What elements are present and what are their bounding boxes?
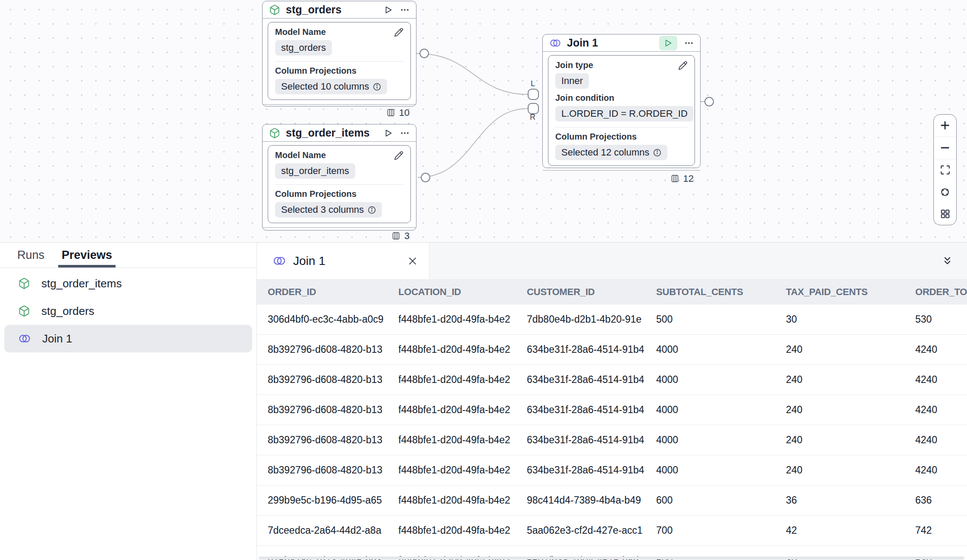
table-cell: 240 (775, 434, 904, 446)
model-name-pill[interactable]: stg_order_items (275, 163, 355, 179)
edge-layer (0, 0, 967, 243)
node-stg-order-items[interactable]: stg_order_items Model Name (262, 124, 416, 230)
bottom-panel: Runs Previews stg_order_items stg_orders (0, 243, 967, 560)
model-name-pill[interactable]: stg_orders (275, 40, 332, 56)
column-projections-pill[interactable]: Selected 10 columns (275, 79, 387, 94)
edit-pencil-icon[interactable] (394, 28, 404, 37)
column-header: ORDER_ID (257, 286, 388, 298)
locate-button[interactable] (934, 181, 956, 203)
node-footer: 10 (263, 104, 416, 121)
table-cell: f448bfe1-d20d-49fa-b4e2 (388, 314, 516, 325)
column-projections-pill[interactable]: Selected 3 columns (275, 202, 382, 218)
table-cell: 500 (645, 314, 775, 325)
columns-count-icon (386, 108, 395, 117)
collapse-panel-icon[interactable] (942, 255, 953, 267)
mini-map-button[interactable] (934, 203, 956, 225)
table-row[interactable]: 306d4bf0-ec3c-4abb-a0c9f448bfe1-d20d-49f… (257, 305, 967, 335)
column-header: ORDER_TOTA (904, 286, 967, 298)
join-type-pill[interactable]: Inner (555, 73, 589, 89)
table-cell: f448bfe1-d20d-49fa-b4e2 (388, 404, 516, 416)
column-projections-pill[interactable]: Selected 12 columns (555, 145, 667, 160)
port-join-left-input[interactable] (528, 89, 539, 100)
port-stg-order-items-output[interactable] (421, 173, 430, 182)
sidebar-item-stg-order-items[interactable]: stg_order_items (4, 270, 252, 297)
preview-table-body: 306d4bf0-ec3c-4abb-a0c9f448bfe1-d20d-49f… (257, 305, 967, 560)
table-row[interactable]: 8b392796-d608-4820-b13f448bfe1-d20d-49fa… (257, 365, 967, 395)
run-node-button[interactable] (384, 128, 393, 138)
table-cell: 8b392796-d608-4820-b13 (257, 374, 388, 386)
port-label-left: L (531, 79, 535, 88)
sidebar-item-join-1[interactable]: Join 1 (4, 325, 252, 352)
table-row[interactable]: 8b392796-d608-4820-b13f448bfe1-d20d-49fa… (257, 395, 967, 425)
table-cell: 240 (775, 344, 904, 355)
close-icon[interactable] (407, 256, 418, 266)
preview-tabstrip: Join 1 (257, 243, 967, 279)
port-label-right: R (530, 113, 535, 122)
table-cell: 530 (904, 314, 967, 325)
node-menu-button[interactable] (400, 5, 410, 15)
column-header: SUBTOTAL_CENTS (645, 286, 775, 298)
column-count: 3 (404, 230, 410, 242)
zoom-in-button[interactable] (934, 115, 956, 137)
run-node-button[interactable] (659, 36, 677, 50)
info-icon[interactable] (368, 206, 376, 214)
table-row[interactable]: 299b9e5c-b196-4d95-a65f448bfe1-d20d-49fa… (257, 485, 967, 516)
tab-previews[interactable]: Previews (58, 243, 116, 268)
edit-pencil-icon[interactable] (678, 61, 688, 70)
node-config-card: Model Name stg_order_items Column Projec… (268, 145, 411, 223)
info-icon[interactable] (373, 83, 381, 91)
node-menu-button[interactable] (684, 38, 694, 48)
table-row[interactable]: 8b392796-d608-4820-b13f448bfe1-d20d-49fa… (257, 425, 967, 455)
column-header: LOCATION_ID (388, 286, 516, 298)
node-config-card: Join type Inner Join condition L.ORDER_I… (548, 55, 695, 166)
table-cell: 30 (775, 314, 904, 325)
join-condition-pill[interactable]: L.ORDER_ID = R.ORDER_ID (555, 106, 694, 121)
table-cell: 742 (904, 525, 967, 536)
preview-list: stg_order_items stg_orders Join 1 (0, 268, 257, 352)
column-projections-label: Column Projections (275, 65, 404, 76)
node-stg-orders[interactable]: stg_orders Model Name (262, 1, 416, 106)
node-join-1-header: Join 1 (543, 34, 700, 52)
column-count: 12 (683, 173, 694, 184)
node-stg-orders-header: stg_orders (263, 1, 416, 19)
table-cell: 4240 (904, 434, 967, 446)
table-cell: 634be31f-28a6-4514-91b4 (516, 464, 645, 476)
table-cell: 4240 (904, 344, 967, 355)
app-root: stg_orders Model Name (0, 0, 967, 560)
preview-tab-join-1[interactable]: Join 1 (257, 243, 429, 279)
column-count: 10 (399, 107, 410, 118)
horizontal-scrollbar[interactable] (259, 557, 964, 560)
node-join-1[interactable]: Join 1 Join type (542, 34, 701, 168)
table-row[interactable]: 7dceedca-2a64-44d2-a8af448bfe1-d20d-49fa… (257, 516, 967, 546)
node-config-card: Model Name stg_orders Column Projections… (268, 22, 411, 100)
panel-tabbar: Runs Previews (0, 243, 257, 268)
columns-count-icon (391, 231, 401, 240)
zoom-out-button[interactable] (934, 137, 956, 159)
table-cell: 5aa062e3-cf2d-427e-acc1 (516, 525, 645, 536)
run-node-button[interactable] (384, 5, 393, 15)
table-cell: 4240 (904, 404, 967, 416)
info-icon[interactable] (653, 149, 661, 157)
divider (275, 61, 404, 62)
edit-pencil-icon[interactable] (394, 151, 404, 160)
column-projections-label: Column Projections (275, 189, 404, 199)
table-cell: 8b392796-d608-4820-b13 (257, 344, 388, 355)
port-join-output[interactable] (704, 97, 714, 106)
tab-runs[interactable]: Runs (14, 243, 48, 268)
table-cell: 8b392796-d608-4820-b13 (257, 404, 388, 416)
table-row[interactable]: 8b392796-d608-4820-b13f448bfe1-d20d-49fa… (257, 335, 967, 365)
fit-view-button[interactable] (934, 159, 956, 181)
table-row[interactable]: 8b392796-d608-4820-b13f448bfe1-d20d-49fa… (257, 455, 967, 485)
sidebar-item-stg-orders[interactable]: stg_orders (4, 297, 252, 325)
join-type-label: Join type (555, 60, 593, 71)
table-cell: f448bfe1-d20d-49fa-b4e2 (388, 434, 516, 446)
preview-table-header: ORDER_ID LOCATION_ID CUSTOMER_ID SUBTOTA… (257, 279, 967, 305)
pipeline-canvas[interactable]: stg_orders Model Name (0, 0, 967, 243)
table-cell: 700 (645, 525, 775, 536)
table-cell: 636 (904, 495, 967, 506)
node-menu-button[interactable] (400, 128, 410, 138)
table-cell: 4000 (645, 404, 775, 416)
join-condition-label: Join condition (555, 93, 688, 103)
port-stg-orders-output[interactable] (419, 49, 429, 58)
table-cell: 240 (775, 374, 904, 386)
